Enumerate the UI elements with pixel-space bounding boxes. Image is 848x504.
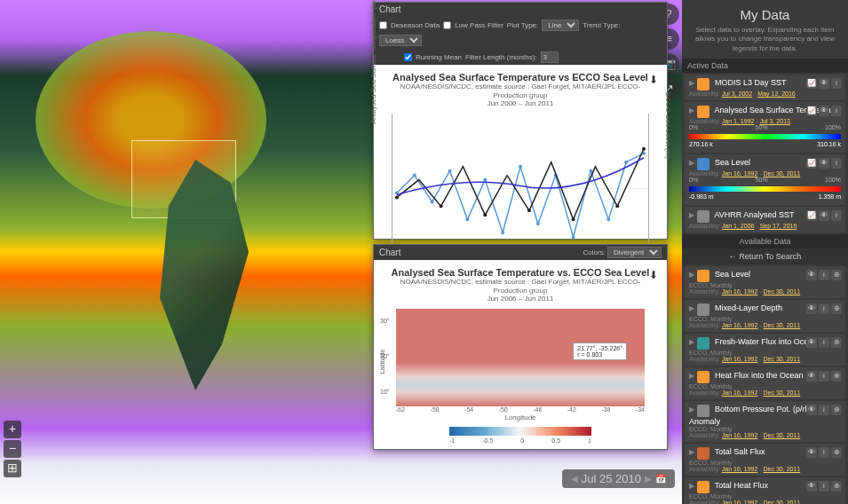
colors-select[interactable]: Divergent <box>607 247 662 258</box>
data-layer-item[interactable]: ▶ Heat Flux into the Ocean ECCO, Monthly… <box>685 367 845 399</box>
expand-arrow-icon[interactable]: ▶ <box>689 448 694 456</box>
add-icon[interactable]: ⊕ <box>831 303 842 314</box>
visibility-icon[interactable]: 👁 <box>806 481 817 492</box>
chart-icon[interactable]: 📈 <box>806 106 817 116</box>
data-layer-item[interactable]: ▶ Fresh-Water Flux into Ocean ECCO, Mont… <box>685 334 845 366</box>
sidebar: My Data Select data to overlay. Expandin… <box>682 0 848 504</box>
data-layer-item[interactable]: ▶ Sea Level Availability: Jan 16, 1992 -… <box>685 154 845 205</box>
plot-type-select[interactable]: Line <box>542 20 579 31</box>
svg-point-2 <box>413 173 416 177</box>
date-display[interactable]: ◀ Jul 25 2010 ▶ 📅 <box>562 469 675 488</box>
layer-availability: Availability: Jan 16, 1992 - Dec 30, 201… <box>689 466 841 472</box>
colorbar-ticks: -1-0.500.51 <box>449 437 591 444</box>
data-layer-item[interactable]: ▶ Sea Level ECCO, Monthly Availability: … <box>685 266 845 298</box>
info-icon[interactable]: i <box>831 158 842 169</box>
data-layer-item[interactable]: ▶ Total Heat Flux ECCO, Monthly Availabi… <box>685 477 845 504</box>
svg-point-7 <box>501 231 504 234</box>
svg-point-21 <box>615 204 619 208</box>
y-axis-right-label: ECCO Sea Level (m) <box>664 92 672 159</box>
sidebar-description: Select data to overlay. Expanding each i… <box>682 26 848 59</box>
chart-icon[interactable]: 📈 <box>806 78 817 89</box>
add-icon[interactable]: ⊕ <box>831 405 842 415</box>
return-to-search-button[interactable]: ← Return To Search <box>682 248 848 264</box>
date-prev-icon[interactable]: ◀ <box>571 474 578 484</box>
visibility-icon[interactable]: 👁 <box>819 78 829 89</box>
data-layer-item[interactable]: ▶ MODIS L3 Day SST Availability: Jul 3, … <box>685 75 845 100</box>
info-icon[interactable]: i <box>819 371 829 382</box>
info-icon[interactable]: i <box>831 78 842 89</box>
panel2-header[interactable]: Chart Colors: Divergent <box>374 245 667 260</box>
lowpass-checkbox[interactable] <box>443 20 451 31</box>
info-icon[interactable]: i <box>831 210 842 221</box>
color-gradient <box>689 134 841 139</box>
svg-point-14 <box>624 161 628 164</box>
visibility-icon[interactable]: 👁 <box>806 337 817 348</box>
filter-length-input[interactable] <box>541 51 559 63</box>
expand-arrow-icon[interactable]: ▶ <box>689 372 694 380</box>
expand-arrow-icon[interactable]: ▶ <box>689 406 694 413</box>
visibility-icon[interactable]: 👁 <box>819 158 829 169</box>
info-icon[interactable]: i <box>819 270 829 280</box>
data-layer-item[interactable]: ▶ Total Salt Flux ECCO, Monthly Availabi… <box>685 444 845 476</box>
visibility-icon[interactable]: 👁 <box>806 270 817 280</box>
visibility-icon[interactable]: 👁 <box>806 405 817 415</box>
chart-icon[interactable]: 📈 <box>806 210 817 221</box>
trend-type-select[interactable]: Loess <box>379 35 422 46</box>
expand-arrow-icon[interactable]: ▶ <box>689 106 694 114</box>
add-icon[interactable]: ⊕ <box>831 481 842 492</box>
download-icon[interactable]: ⬇ <box>649 269 658 281</box>
info-icon[interactable]: i <box>819 481 829 492</box>
zoom-extent-button[interactable]: ⊞ <box>4 460 21 477</box>
info-icon[interactable]: i <box>819 303 829 314</box>
layer-title: Sea Level <box>715 270 750 279</box>
chart-icon[interactable]: 📈 <box>806 158 817 169</box>
zoom-in-button[interactable]: + <box>4 421 21 438</box>
layer-subtitle: ECCO, Monthly <box>689 460 841 466</box>
data-layer-item[interactable]: ▶ Mixed-Layer Depth ECCO, Monthly Availa… <box>685 300 845 332</box>
info-icon[interactable]: i <box>819 337 829 348</box>
expand-arrow-icon[interactable]: ▶ <box>689 338 694 346</box>
layer-title: MODIS L3 Day SST <box>715 78 787 87</box>
visibility-icon[interactable]: 👁 <box>806 371 817 382</box>
panel1-tab: Chart <box>379 4 400 14</box>
info-icon[interactable]: i <box>831 106 842 116</box>
info-icon[interactable]: i <box>819 447 829 458</box>
expand-arrow-icon[interactable]: ▶ <box>689 211 694 219</box>
layer-availability: Availability: Jan 16, 1992 - Dec 30, 201… <box>689 390 841 396</box>
zoom-out-button[interactable]: − <box>4 440 21 458</box>
layer-availability: Availability: Jan 16, 1992 - Dec 30, 201… <box>689 322 841 328</box>
add-icon[interactable]: ⊕ <box>831 371 842 382</box>
visibility-icon[interactable]: 👁 <box>819 210 829 221</box>
layer-title: Heat Flux into the Ocean <box>715 371 804 380</box>
running-mean-checkbox[interactable] <box>404 51 412 63</box>
svg-point-4 <box>448 169 452 172</box>
add-icon[interactable]: ⊕ <box>831 337 842 348</box>
expand-arrow-icon[interactable]: ▶ <box>689 271 694 279</box>
layer-subtitle: ECCO, Monthly <box>689 350 841 356</box>
sidebar-title: My Data <box>682 0 848 26</box>
panel1-header[interactable]: Chart Deseason Data Low Pass Filter Plot… <box>374 3 667 65</box>
calendar-icon[interactable]: 📅 <box>655 474 666 484</box>
download-icon[interactable]: ⬇ <box>649 74 658 86</box>
expand-arrow-icon[interactable]: ▶ <box>689 304 694 312</box>
expand-arrow-icon[interactable]: ▶ <box>689 482 694 490</box>
data-layer-item[interactable]: ▶ Analysed Sea Surface Temperature Avail… <box>685 102 845 153</box>
visibility-icon[interactable]: 👁 <box>806 303 817 314</box>
panel2-tab: Chart <box>379 248 400 257</box>
expand-arrow-icon[interactable]: ▶ <box>689 159 694 167</box>
layer-subtitle: ECCO, Monthly <box>689 316 841 322</box>
current-date: Jul 25 2010 <box>582 472 641 485</box>
data-layer-item[interactable]: ▶ Bottom Pressure Pot. (p/rho) Anomaly E… <box>685 401 845 442</box>
panel1-sub1: NOAA/NESDIS/NCDC, estimate source : Gael… <box>390 83 651 99</box>
layer-title: Total Salt Flux <box>715 447 765 456</box>
visibility-icon[interactable]: 👁 <box>806 447 817 458</box>
expand-arrow-icon[interactable]: ▶ <box>689 79 694 87</box>
info-icon[interactable]: i <box>819 405 829 415</box>
date-next-icon[interactable]: ▶ <box>645 474 652 484</box>
data-layer-item[interactable]: ▶ AVHRR Analysed SST Availability: Jan 1… <box>685 207 845 232</box>
add-icon[interactable]: ⊕ <box>831 447 842 458</box>
visibility-icon[interactable]: 👁 <box>819 106 829 116</box>
add-icon[interactable]: ⊕ <box>831 270 842 280</box>
deseason-checkbox[interactable] <box>379 20 387 31</box>
selection-rectangle[interactable] <box>131 140 236 218</box>
